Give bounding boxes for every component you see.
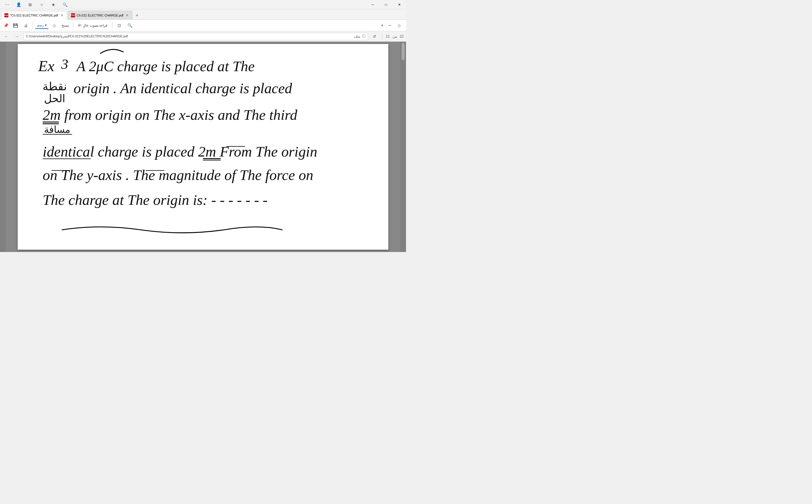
page-current: 21 [386,34,390,38]
tab-close-button-2[interactable]: ✕ [125,13,129,17]
refresh-button[interactable]: ↺ [370,32,379,41]
address-separator [382,33,382,40]
pdf-page: Ex 3 A 2μC charge is placed at The نقطة … [18,44,388,250]
diamond-button[interactable]: ◇ [394,21,404,30]
erase-label[interactable]: مسح [60,22,71,29]
tab-label-2: Ch.021 ELECTRIC CHARGE.pdf [77,14,123,17]
svg-text:Ex: Ex [38,58,54,74]
svg-text:مسافة: مسافة [44,124,70,135]
address-bar: ← → C:/Users/wele9/Desktop/الشرح/Ch.021%… [0,31,406,42]
pdf-container: Ex 3 A 2μC charge is placed at The نقطة … [0,42,406,252]
draw-button[interactable]: رسم ▾ [35,22,48,29]
pdf-sidebar-left [0,42,6,252]
read-aloud-button[interactable]: Aᵃ قراءة بصوت عالٍ [76,22,110,29]
tab-close-button[interactable]: ✕ [60,13,64,17]
titlebar-controls: ─ □ ✕ [366,0,406,9]
tab-active[interactable]: PDF *Ch.021 ELECTRIC CHARGE.pdf ✕ [1,11,67,20]
tab-inactive[interactable]: PDF Ch.021 ELECTRIC CHARGE.pdf ✕ [68,11,132,19]
profile-button[interactable]: 👤 [14,0,23,9]
more-options-button[interactable]: ⋯ [2,0,12,9]
view-button[interactable]: ⊡ [115,21,124,30]
info-icon: ⓘ [362,34,365,39]
address-box[interactable]: C:/Users/wele9/Desktop/الشرح/Ch.021%20EL… [23,33,368,40]
toolbar-separator-2 [73,22,73,29]
draw-dropdown-icon: ▾ [45,23,47,27]
pdf-sidebar-right [400,42,406,252]
tab-pdf-icon: PDF [4,13,8,17]
zoom-in-button[interactable]: + [379,22,386,29]
pin-button[interactable]: 📌 [2,22,10,29]
titlebar-left: ⋯ 👤 ⊞ ☆ ★ 🔍 [0,0,69,9]
favorites-button[interactable]: ☆ [37,0,46,9]
svg-text:A 2μC  charge is placed at The: A 2μC charge is placed at The [76,58,255,74]
svg-text:الحل: الحل [44,93,65,104]
pdf-content-svg: Ex 3 A 2μC charge is placed at The نقطة … [18,44,388,250]
new-tab-icon[interactable]: ⊞ [25,0,35,9]
toolbar-separator-3 [112,22,112,29]
toolbar: 📌 💾 🖨 رسم ▾ ◇ مسح Aᵃ قراءة بصوت عالٍ ⊡ 🔍… [0,20,406,31]
maximize-button[interactable]: □ [379,0,393,9]
address-path: C:/Users/wele9/Desktop/الشرح/Ch.021%20EL… [26,34,352,38]
svg-text:2m  from origin on  The  x-axi: 2m from origin on The x-axis and The thi… [43,107,297,123]
svg-text:3: 3 [61,56,68,72]
titlebar: ⋯ 👤 ⊞ ☆ ★ 🔍 ─ □ ✕ [0,0,406,9]
close-button[interactable]: ✕ [393,0,406,9]
tab-label: *Ch.021 ELECTRIC CHARGE.pdf [10,14,58,17]
file-label: ملف [354,34,360,38]
forward-button[interactable]: → [13,32,21,41]
zoom-out-button[interactable]: ─ [386,22,393,29]
svg-text:origin .  An identical charge : origin . An identical charge is placed [73,80,292,96]
minimize-button[interactable]: ─ [366,0,379,9]
tab-bar: PDF *Ch.021 ELECTRIC CHARGE.pdf ✕ PDF Ch… [0,9,406,20]
read-aloud-label: قراءة بصوت عالٍ [83,23,107,27]
eraser-icon[interactable]: ◇ [49,21,59,30]
print-button[interactable]: 🖨 [21,21,30,30]
svg-text:نقطة: نقطة [43,80,67,93]
zoom-controls: + ─ [379,22,393,29]
svg-text:The charge at The origin is:  : The charge at The origin is: - - - - - -… [43,192,268,208]
page-of-label: من [393,34,397,38]
scrollbar-thumb[interactable] [402,43,405,60]
collections-button[interactable]: ★ [49,0,58,9]
toolbar-separator-1 [33,22,33,29]
search-button[interactable]: 🔍 [125,21,134,30]
save-button[interactable]: 💾 [11,21,20,30]
svg-text:on The  y-axis .  The magnitud: on The y-axis . The magnitude of The for… [43,167,313,183]
tab-pdf-icon-2: PDF [71,13,75,17]
page-total: 22 [400,34,404,38]
new-tab-button[interactable]: + [133,11,141,19]
back-button[interactable]: ← [2,32,10,41]
address-search-button[interactable]: 🔍 [60,0,69,9]
read-aloud-icon: Aᵃ [78,23,82,27]
svg-text:identical charge is placed  2m: identical charge is placed 2m From The o… [43,144,317,160]
